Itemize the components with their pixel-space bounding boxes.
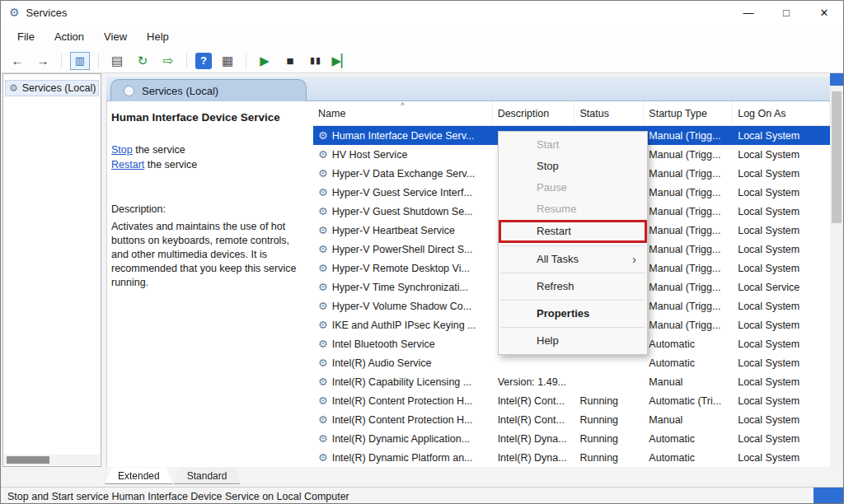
service-gear-icon: ⚙: [318, 129, 328, 142]
context-menu-item-stop[interactable]: Stop: [499, 156, 647, 177]
service-logon-cell: Local System: [733, 429, 830, 448]
maximize-button[interactable]: □: [767, 1, 805, 24]
vertical-scrollbar-thumb[interactable]: [832, 91, 842, 223]
context-menu-item-pause: Pause: [499, 177, 647, 198]
sort-ascending-indicator: ^: [401, 101, 404, 110]
vertical-scrollbar[interactable]: [830, 73, 843, 467]
service-name-cell: ⚙Hyper-V Guest Shutdown Se...: [313, 202, 493, 221]
back-icon[interactable]: ←: [7, 52, 27, 70]
context-menu-item-all-tasks[interactable]: All Tasks›: [499, 249, 647, 270]
service-name: Intel(R) Capability Licensing ...: [332, 376, 472, 388]
menu-help[interactable]: Help: [137, 28, 179, 45]
menu-file[interactable]: File: [7, 28, 45, 45]
forward-icon[interactable]: →: [33, 52, 53, 70]
service-name-cell: ⚙Human Interface Device Serv...: [313, 126, 493, 145]
service-logon-cell: Local System: [733, 164, 830, 183]
context-menu-item-label: Stop: [537, 160, 559, 172]
service-name: Intel(R) Content Protection H...: [332, 414, 473, 426]
services-window: ⚙ Services — □ ✕ FileActionViewHelp ←→▥▤…: [0, 0, 844, 504]
tab-services-local[interactable]: Services (Local): [110, 79, 307, 101]
service-startup-cell: Manual (Trigg...: [644, 183, 733, 202]
start-service-icon[interactable]: ▶: [255, 52, 274, 70]
column-header-name[interactable]: Name^: [313, 101, 493, 125]
view-tabstrip: Services (Local): [106, 77, 830, 101]
console-node-icon: [124, 86, 134, 96]
close-button[interactable]: ✕: [805, 1, 843, 24]
stop-service-link[interactable]: Stop: [111, 144, 133, 156]
service-name: Intel Bluetooth Service: [332, 338, 435, 350]
restart-service-icon[interactable]: ▶▏: [331, 52, 351, 70]
refresh-icon[interactable]: ↻: [133, 52, 152, 70]
menu-action[interactable]: Action: [45, 28, 94, 45]
export-list-icon[interactable]: ▤: [107, 52, 127, 70]
pause-service-icon[interactable]: ▮▮: [306, 52, 326, 70]
service-logon-cell: Local System: [733, 372, 830, 391]
service-gear-icon: ⚙: [318, 243, 328, 255]
column-header-log-on-as[interactable]: Log On As: [733, 101, 830, 125]
horizontal-scrollbar[interactable]: [4, 455, 100, 465]
show-console-tree-icon[interactable]: ▥: [70, 52, 90, 70]
context-menu-item-label: Refresh: [537, 280, 574, 292]
context-menu-item-label: Properties: [537, 307, 589, 320]
service-row[interactable]: ⚙Intel(R) Dynamic Application...Intel(R)…: [313, 429, 830, 448]
service-startup-cell: Manual: [644, 372, 733, 391]
service-gear-icon: ⚙: [318, 338, 328, 350]
help-icon[interactable]: ?: [195, 53, 212, 69]
service-name-cell: ⚙Intel(R) Audio Service: [313, 353, 493, 372]
service-gear-icon: ⚙: [318, 186, 328, 198]
service-gear-icon: ⚙: [318, 376, 328, 388]
service-gear-icon: ⚙: [318, 394, 328, 407]
service-description-cell: Intel(R) Cont...: [493, 391, 575, 410]
stop-service-icon[interactable]: ■: [280, 52, 300, 70]
service-name: Hyper-V Guest Service Interf...: [332, 187, 472, 198]
window-title: Services: [26, 7, 68, 19]
menu-view[interactable]: View: [94, 28, 137, 45]
service-logon-cell: Local System: [733, 410, 830, 429]
service-startup-cell: Manual (Trigg...: [644, 296, 733, 315]
service-row[interactable]: ⚙Intel(R) Audio ServiceAutomaticLocal Sy…: [313, 353, 830, 372]
context-menu-item-help[interactable]: Help: [499, 330, 647, 352]
context-menu-item-properties[interactable]: Properties: [499, 303, 647, 324]
column-header-startup-type[interactable]: Startup Type: [644, 101, 733, 125]
context-menu-item-label: Pause: [537, 181, 567, 194]
restart-service-link[interactable]: Restart: [111, 159, 144, 170]
status-text: Stop and Start service Human Interface D…: [7, 491, 349, 502]
service-description-cell: Intel(R) Cont...: [493, 410, 575, 429]
tab-standard[interactable]: Standard: [174, 468, 241, 483]
service-name: IKE and AuthIP IPsec Keying ...: [332, 320, 476, 331]
scroll-up-button[interactable]: [830, 73, 843, 86]
service-description-cell: Intel(R) Dyna...: [493, 429, 575, 448]
service-name-cell: ⚙IKE and AuthIP IPsec Keying ...: [313, 315, 493, 334]
service-row[interactable]: ⚙Intel(R) Dynamic Platform an...Intel(R)…: [313, 448, 830, 467]
toolbar-separator: [246, 54, 246, 68]
service-name-cell: ⚙Intel(R) Capability Licensing ...: [313, 372, 493, 391]
service-logon-cell: Local System: [733, 259, 830, 278]
context-menu-item-restart[interactable]: Restart: [499, 220, 647, 243]
service-name-cell: ⚙Hyper-V Remote Desktop Vi...: [313, 259, 493, 278]
service-name-cell: ⚙Intel(R) Content Protection H...: [313, 410, 493, 429]
service-startup-cell: Automatic: [644, 429, 733, 448]
service-startup-cell: Manual (Trigg...: [644, 259, 733, 278]
horizontal-scrollbar-thumb[interactable]: [7, 456, 49, 464]
toolbar-separator: [186, 54, 187, 68]
service-row[interactable]: ⚙Intel(R) Capability Licensing ...Versio…: [313, 372, 830, 391]
service-row[interactable]: ⚙Intel(R) Content Protection H...Intel(R…: [313, 391, 830, 410]
context-menu-separator: [500, 327, 645, 328]
toolbar-separator: [61, 54, 62, 68]
column-header-status[interactable]: Status: [574, 101, 644, 125]
tree-item-services-local[interactable]: ⚙ Services (Local): [5, 80, 99, 96]
services-app-icon: ⚙: [9, 7, 20, 18]
service-name: Intel(R) Audio Service: [332, 357, 432, 369]
context-menu-item-refresh[interactable]: Refresh: [499, 276, 647, 297]
service-logon-cell: Local System: [733, 221, 830, 240]
tab-extended[interactable]: Extended: [105, 468, 173, 483]
column-header-description[interactable]: Description: [493, 101, 575, 125]
minimize-button[interactable]: —: [729, 1, 767, 24]
service-status-cell: Running: [574, 429, 644, 448]
action-pane-icon[interactable]: ▦: [218, 52, 237, 70]
service-logon-cell: Local System: [733, 240, 830, 259]
service-name-cell: ⚙Intel(R) Content Protection H...: [313, 391, 493, 410]
service-row[interactable]: ⚙Intel(R) Content Protection H...Intel(R…: [313, 410, 830, 429]
export-icon[interactable]: ⇨: [158, 52, 178, 70]
service-name: Hyper-V Time Synchronizati...: [332, 282, 468, 293]
